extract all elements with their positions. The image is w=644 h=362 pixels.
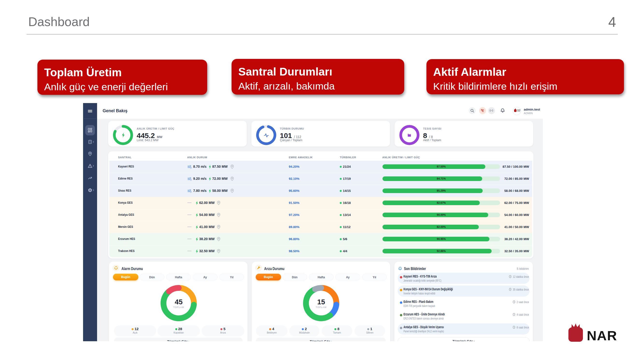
svg-text:NAR: NAR [587,328,617,343]
